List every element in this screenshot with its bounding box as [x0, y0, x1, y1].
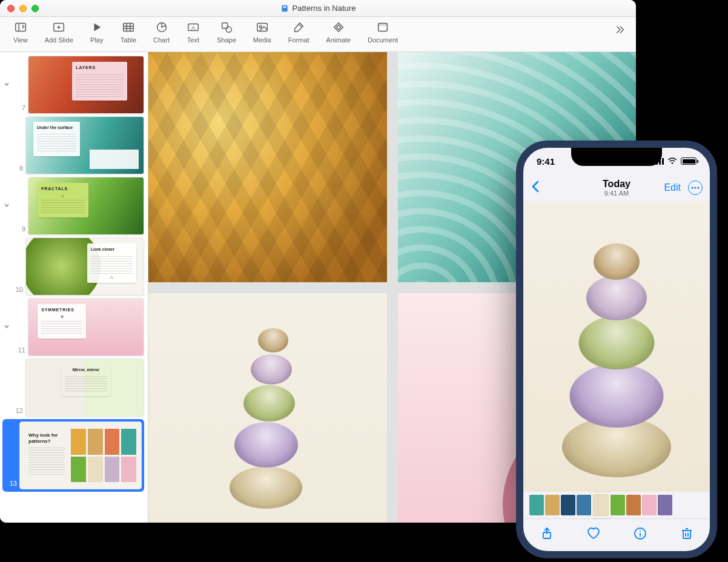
tool-document-label: Document	[368, 36, 398, 44]
iphone-notch	[571, 148, 662, 166]
diamond-icon	[332, 21, 345, 34]
svg-rect-8	[124, 24, 134, 31]
svg-point-28	[697, 187, 699, 188]
keynote-document-icon	[280, 4, 289, 13]
svg-rect-2	[16, 24, 26, 31]
image-icon	[256, 21, 269, 34]
slide-thumbnail-12[interactable]: 12 Mirror, mirror	[2, 359, 144, 417]
disclosure-toggle[interactable]	[2, 81, 11, 88]
home-indicator[interactable]	[523, 550, 710, 558]
canvas-image-honeycomb[interactable]	[148, 52, 387, 282]
pie-chart-icon	[155, 21, 168, 34]
photo-viewer[interactable]	[523, 201, 710, 492]
window-title: Patterns in Nature	[0, 4, 636, 13]
info-button[interactable]	[633, 526, 647, 543]
more-actions-button[interactable]	[688, 180, 703, 195]
iphone-device: 9:41 Today 9:41 AM Edit	[516, 140, 717, 558]
window-titlebar: Patterns in Nature	[0, 0, 636, 17]
photo-strip-thumbnail[interactable]	[658, 495, 672, 515]
chevrons-right-icon	[613, 23, 626, 36]
battery-icon	[681, 157, 697, 165]
tool-shape-label: Shape	[217, 36, 236, 44]
slide-thumbnail-8[interactable]: 8 Under the surface	[2, 116, 144, 174]
slide-thumbnail-11[interactable]: 11 SYMMETRIES✻	[2, 298, 144, 356]
svg-rect-0	[282, 5, 287, 12]
svg-text:A: A	[191, 25, 196, 31]
textbox-icon: A	[187, 21, 200, 34]
svg-rect-24	[379, 24, 388, 26]
document-icon	[376, 21, 389, 34]
tool-animate-label: Animate	[326, 36, 351, 44]
svg-rect-1	[283, 6, 286, 7]
disclosure-toggle[interactable]	[2, 323, 11, 331]
svg-point-19	[259, 25, 262, 28]
toolbar-overflow-button[interactable]	[608, 23, 631, 36]
slide-number: 8	[11, 165, 23, 174]
photo-strip-thumbnail[interactable]	[545, 495, 560, 515]
favorite-button[interactable]	[586, 526, 601, 543]
trash-icon	[680, 526, 694, 541]
tool-document[interactable]: Document	[359, 21, 406, 44]
svg-point-33	[640, 531, 641, 532]
share-button[interactable]	[540, 526, 554, 543]
canvas-image-sea-urchins[interactable]	[148, 293, 387, 523]
slide-number: 13	[5, 480, 17, 489]
slide-thumbnail-9[interactable]: 9 FRACTALS△	[2, 177, 144, 235]
photo-strip-thumbnail[interactable]	[626, 495, 641, 515]
play-icon	[90, 21, 104, 34]
tool-animate[interactable]: Animate	[318, 21, 359, 44]
photo-strip-thumbnail[interactable]	[592, 494, 609, 517]
slide-thumbnail-7[interactable]: 7 LAYERS	[2, 56, 144, 114]
svg-point-26	[691, 187, 693, 188]
slide-number: 11	[13, 346, 25, 356]
chevron-down-icon	[4, 81, 10, 87]
svg-rect-18	[257, 24, 268, 31]
tool-view-label: View	[13, 36, 28, 44]
slide-number: 12	[11, 407, 23, 417]
photo-strip-thumbnail[interactable]	[642, 495, 657, 515]
sidebar-icon	[14, 21, 27, 34]
shape-icon	[220, 21, 233, 34]
tool-view[interactable]: View	[5, 21, 36, 44]
tool-format[interactable]: Format	[280, 21, 318, 44]
ellipsis-icon	[691, 187, 700, 189]
status-time: 9:41	[537, 156, 555, 167]
tool-add-slide[interactable]: Add Slide	[36, 21, 82, 44]
chevron-down-icon	[4, 323, 10, 329]
slide-thumbnail-13[interactable]: 13 Why look for patterns?	[2, 419, 144, 492]
tool-play-label: Play	[90, 36, 103, 44]
share-icon	[540, 526, 554, 541]
svg-rect-34	[683, 531, 690, 538]
slide-navigator[interactable]: 7 LAYERS 8 Under the surface 9	[0, 52, 148, 523]
slide-thumbnail-10[interactable]: 10 Look closer△	[2, 237, 144, 296]
tool-table[interactable]: Table	[112, 21, 145, 44]
photo-strip-thumbnail[interactable]	[577, 495, 591, 515]
photo-toolbar	[523, 518, 710, 550]
info-icon	[633, 526, 647, 541]
svg-marker-7	[94, 24, 101, 31]
ios-nav-bar: Today 9:41 AM Edit	[523, 174, 710, 201]
tool-text[interactable]: A Text	[178, 21, 208, 44]
svg-marker-22	[336, 25, 340, 29]
delete-button[interactable]	[680, 526, 694, 543]
slide-number: 7	[13, 104, 25, 114]
paintbrush-icon	[292, 21, 305, 34]
tool-play[interactable]: Play	[82, 21, 112, 44]
tool-format-label: Format	[288, 36, 309, 44]
edit-button[interactable]: Edit	[664, 182, 681, 193]
tool-chart[interactable]: Chart	[145, 21, 178, 44]
slide-number: 10	[11, 286, 23, 296]
toolbar: View Add Slide Play Table Chart A Text S…	[0, 17, 636, 52]
photo-strip-thumbnail[interactable]	[611, 495, 625, 515]
disclosure-toggle[interactable]	[2, 202, 11, 210]
wifi-icon	[667, 157, 677, 165]
photo-strip-thumbnail[interactable]	[561, 495, 575, 515]
tool-chart-label: Chart	[153, 36, 170, 44]
tool-shape[interactable]: Shape	[208, 21, 245, 44]
tool-add-slide-label: Add Slide	[45, 36, 73, 44]
photo-strip-thumbnail[interactable]	[529, 495, 544, 515]
tool-media[interactable]: Media	[245, 21, 280, 44]
table-icon	[122, 21, 135, 34]
photo-thumbnail-strip[interactable]	[523, 492, 710, 518]
svg-point-27	[694, 187, 696, 188]
